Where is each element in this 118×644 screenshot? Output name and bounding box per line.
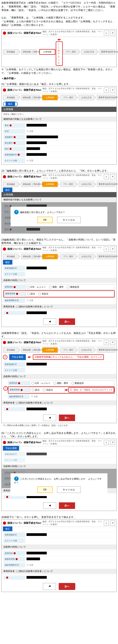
next-button[interactable]: 次へ (59, 318, 75, 325)
tab-5[interactable]: お支払方法 (79, 254, 94, 259)
redacted-value (26, 142, 47, 144)
tab-6[interactable]: 重要事項説明 告知事項等 (97, 348, 115, 352)
radio-icon[interactable] (67, 286, 69, 288)
next-button[interactable]: 次へ (59, 414, 75, 421)
confirm-button[interactable]: 確定 (3, 260, 12, 264)
menu-icon[interactable]: ≡ (104, 174, 109, 179)
radio-icon[interactable] (27, 292, 30, 295)
menu-icon[interactable]: ≡ (104, 340, 109, 345)
close-icon[interactable]: ✕ (110, 520, 115, 526)
back-button[interactable]: ◀ (43, 414, 56, 421)
menu-icon[interactable]: ≡ (104, 520, 109, 526)
subsection-car-use: 自動車の利用について (1, 278, 117, 283)
radio-icon[interactable] (31, 382, 34, 384)
bizcar-radios[interactable]: 該当 非該当 (30, 387, 65, 393)
tab-4[interactable]: プラン選択 (60, 348, 76, 352)
tab-1[interactable]: 車刻確認 (3, 49, 18, 54)
tab-5[interactable]: お支払方法 (79, 348, 94, 352)
chevron-icon (19, 348, 21, 352)
tab-4[interactable]: プラン選択 (60, 254, 76, 259)
screenshot-step2: 損保ジャパン 保険手続きNavi 確認 花子さまのお手続き画面です 自動車保険新… (1, 173, 117, 234)
tab-carinfo-active[interactable]: お車情報 (42, 348, 58, 352)
next-button-highlighted[interactable]: 次へ (59, 583, 75, 590)
tab-2[interactable]: 保険金額 ご契約者情報等 (21, 348, 40, 352)
label-bizcar: 業務専用車 (3, 557, 25, 562)
label-owner (3, 407, 25, 411)
back-button[interactable]: ◀ (43, 502, 56, 509)
tab-1[interactable]: 車刻確認 (3, 182, 18, 187)
menu-icon[interactable]: ≡ (104, 88, 109, 92)
radio-icon[interactable] (43, 389, 45, 391)
restart-button[interactable]: 手続き再開 (9, 354, 26, 360)
radio-icon[interactable] (53, 382, 56, 384)
app-title: 保険手続きNavi (24, 31, 41, 35)
question-icon: ? (14, 476, 19, 481)
tab-carinfo-active[interactable]: お車情報 (42, 182, 58, 187)
modal-ok-button[interactable]: OK (37, 486, 53, 493)
tab-2[interactable]: 保険金額 ご契約者情報等 (21, 49, 37, 54)
close-icon[interactable]: ✕ (110, 30, 115, 36)
purpose-radios[interactable]: 日常・レジャー 通勤・通学 業務使用 (25, 284, 115, 290)
tab-5[interactable]: お支払方法 (79, 182, 94, 187)
modal-ok-button[interactable]: OK (37, 216, 53, 223)
tab-2[interactable]: 保険金額 ご契約者情報等 (21, 95, 40, 100)
label-firstreg: 初度登録年月 (3, 362, 25, 367)
tab-1[interactable]: 車刻確認 (3, 95, 18, 100)
radio-icon[interactable] (49, 286, 52, 288)
chevron-icon (97, 50, 99, 54)
modify-button[interactable]: 修正 (3, 526, 12, 531)
radio-icon[interactable] (71, 382, 74, 384)
close-icon[interactable]: ✕ (110, 440, 115, 445)
tab-6[interactable]: 重要事項説明 告知事項等 (97, 254, 115, 259)
tab-2[interactable]: 保険金額 ご契約者情報等 (21, 182, 40, 187)
bizcar-radios[interactable]: 該当 非該当 (26, 291, 114, 296)
menu-icon[interactable]: ≡ (104, 440, 109, 445)
modify-button[interactable]: 修正 (3, 188, 12, 192)
question-icon: ? (14, 210, 19, 214)
tab-6[interactable]: 重要事項説明 告知事項等 (97, 95, 115, 100)
subsection-owner: 車両所有者（ご契約の自動車の所有者）について (1, 400, 117, 405)
radio-icon[interactable] (27, 286, 29, 288)
subsection-owner: 車両所有者（ご契約の自動車の所有者）について (1, 304, 117, 309)
close-icon[interactable]: ✕ (110, 340, 115, 345)
label-firstreg: 初度登録年月 (3, 266, 25, 271)
tab-2[interactable]: 保険金額 ご契約者情報等 (21, 254, 40, 259)
brand-name: 損保ジャパン (7, 341, 22, 344)
tab-5[interactable]: お支払方法 (81, 49, 97, 54)
menu-icon[interactable]: ≡ (104, 30, 109, 36)
tab-4[interactable]: プラン選択 (60, 182, 76, 187)
menu-icon[interactable]: ≡ (104, 246, 109, 252)
radio-icon[interactable] (32, 389, 34, 391)
label-carname: 車名 (3, 123, 25, 128)
purpose-radios[interactable]: 日常・レジャー 通勤・通学 業務使用 (30, 380, 115, 386)
radio-icon[interactable] (38, 292, 41, 295)
tab-5[interactable]: お支払方法 (79, 95, 94, 100)
app-info: 確認 花子さまのお手続き画面です 自動車保険新規・更改・マイページ（本番用） (42, 520, 103, 526)
chevron-icon (76, 182, 78, 186)
arrow-left-icon: ◀━ (28, 356, 31, 358)
close-icon[interactable]: ✕ (110, 246, 115, 252)
modal-cancel-button[interactable]: キャンセル (57, 486, 81, 493)
next-button[interactable]: 次へ (59, 502, 75, 509)
tab-carinfo[interactable]: お車情報 (39, 49, 55, 55)
tab-1[interactable]: 車刻確認 (3, 348, 18, 352)
tab-4[interactable]: プラン選択 (63, 49, 79, 54)
close-icon[interactable]: ✕ (110, 174, 115, 179)
tab-6[interactable]: 重要事項説明 告知事項等 (100, 49, 115, 54)
subsection-owner: 車両所有者（ご契約の自動車の所有者）について (1, 569, 117, 574)
modify-button[interactable]: 修正 (6, 102, 15, 106)
back-button[interactable]: ◀ (43, 318, 56, 325)
chevron-icon (95, 96, 97, 99)
tab-1[interactable]: 車刻確認 (3, 254, 18, 259)
step-6-text: (6)画面下の『次へ』ボタンを押し、更改手続き完了まで進みます。 (1, 516, 117, 519)
tab-6[interactable]: 重要事項説明 告知事項等 (97, 182, 115, 187)
label-meter: オドメータ値 (3, 158, 25, 163)
tab-carinfo-active[interactable]: お車情報 (42, 254, 58, 259)
close-icon[interactable]: ✕ (110, 88, 115, 92)
tab-4[interactable]: プラン選択 (60, 95, 76, 100)
back-button[interactable]: ◀ (43, 583, 56, 590)
brand-logo-icon (3, 32, 6, 35)
restart-button[interactable]: 手続き再開 (3, 446, 19, 450)
tab-carinfo-active[interactable]: お車情報 (42, 95, 58, 100)
modal-cancel-button[interactable]: キャンセル (57, 216, 81, 223)
